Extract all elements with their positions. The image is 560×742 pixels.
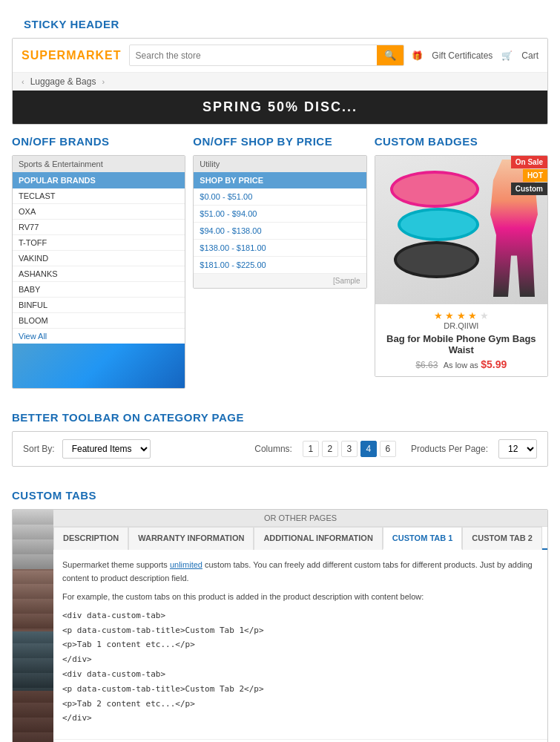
price-header: Utility (194, 156, 366, 172)
star-2: ★ (445, 310, 454, 321)
product-visual (375, 156, 547, 304)
price-range-3[interactable]: $94.00 - $138.00 (194, 223, 366, 240)
price-sample: [Sample (194, 274, 366, 288)
tab-description[interactable]: DESCRIPTION (53, 527, 128, 550)
cart-icon: 🛒 (501, 50, 513, 61)
price-range-5[interactable]: $181.00 - $225.00 (194, 257, 366, 274)
brand-item-teclast[interactable]: TECLAST (13, 188, 185, 204)
brands-header: Sports & Entertainment (13, 156, 185, 172)
nav-right-arrow[interactable]: › (102, 77, 105, 86)
product-info: ★ ★ ★ ★ ★ DR.QIIWI Bag for Mobile Phone … (375, 304, 547, 376)
star-1: ★ (434, 310, 443, 321)
nav-bar: ‹ Luggage & Bags › (13, 72, 547, 91)
brand-item-vakind[interactable]: VAKIND (13, 251, 185, 266)
sort-select[interactable]: Featured Items (62, 439, 151, 459)
badges-title: CUSTOM BADGES (375, 135, 548, 155)
as-low-as: As low as (444, 361, 478, 370)
tab-additional-info[interactable]: ADDITIONAL INFORMATION (254, 527, 382, 550)
header-inner: SUPERMARKET 🔍 🎁 Gift Certificates 🛒 Cart (13, 39, 547, 72)
band-black (394, 241, 479, 278)
col-1[interactable]: 1 (303, 441, 319, 457)
brand-item-baby[interactable]: BABY (13, 282, 185, 298)
nav-left-arrow[interactable]: ‹ (22, 77, 24, 86)
price-range-1[interactable]: $0.00 - $51.00 (194, 188, 366, 206)
tabs-section: CUSTOM TABS OR OTHER PAGES DESCRIPTION W… (0, 482, 560, 742)
price-shop-header: SHOP BY PRICE (194, 172, 366, 188)
brand-item-ashanks[interactable]: ASHANKS (13, 266, 185, 282)
new-price: $5.99 (481, 358, 507, 370)
search-button[interactable]: 🔍 (377, 45, 403, 65)
tab-content: Supermarket theme supports unlimited cus… (53, 550, 547, 739)
brand-item-binful[interactable]: BINFUL (13, 298, 185, 313)
brand-item-ttoff[interactable]: T-TOFF (13, 235, 185, 251)
header-actions: 🎁 Gift Certificates 🛒 Cart (412, 50, 538, 61)
brands-title: ON/OFF BRANDS (12, 135, 185, 155)
tabs-title: CUSTOM TABS (12, 489, 548, 509)
column-numbers: 1 2 3 4 6 (303, 441, 396, 457)
tab-warranty[interactable]: WARRANTY INFORMATION (128, 527, 254, 550)
tab-custom-1[interactable]: CUSTOM TAB 1 (383, 527, 463, 550)
band-teal (398, 208, 479, 241)
col-3[interactable]: 3 (341, 441, 358, 457)
badge-on-sale: On Sale (511, 156, 547, 168)
banner-strip: SPRING 50% DISC... (13, 91, 547, 124)
toolbar-title: BETTER TOOLBAR ON CATEGORY PAGE (12, 411, 548, 431)
tabs-right: OR OTHER PAGES DESCRIPTION WARRANTY INFO… (53, 510, 547, 742)
banner-text: SPRING 50% DISC... (202, 99, 358, 114)
col-6[interactable]: 6 (380, 441, 396, 457)
img-strip-2 (13, 571, 53, 630)
nav-item-luggage[interactable]: Luggage & Bags (30, 76, 96, 87)
or-other-pages: OR OTHER PAGES (53, 510, 547, 527)
content-line-2: For example, the custom tabs on this pro… (62, 591, 538, 604)
price-col: ON/OFF SHOP BY PRICE Utility SHOP BY PRI… (193, 135, 374, 389)
star-3: ★ (457, 310, 466, 321)
img-strip-1 (13, 510, 53, 569)
tabs-nav: DESCRIPTION WARRANTY INFORMATION ADDITIO… (53, 527, 547, 550)
img-strip-3 (13, 631, 53, 691)
sort-label: Sort By: (23, 444, 55, 454)
brands-popular-header: POPULAR BRANDS (13, 172, 185, 188)
brand-name: DR.QIIWI (381, 321, 541, 330)
brands-view-all[interactable]: View All (13, 329, 185, 344)
star-4: ★ (468, 310, 477, 321)
star-5-empty: ★ (480, 310, 489, 321)
brands-col: ON/OFF BRANDS Sports & Entertainment POP… (12, 135, 193, 389)
search-input[interactable] (130, 47, 378, 65)
sticky-header-title: STICKY HEADER (12, 7, 548, 38)
three-col-section: ON/OFF BRANDS Sports & Entertainment POP… (0, 135, 560, 404)
stars-row: ★ ★ ★ ★ ★ (381, 310, 541, 321)
per-page-select[interactable]: 12 24 (498, 439, 537, 459)
gift-certificates-link[interactable]: Gift Certificates (432, 50, 493, 61)
code-block: <div data-custom-tab> <p data-custom-tab… (62, 608, 538, 726)
toolbar-box: Sort By: Featured Items Columns: 1 2 3 4… (12, 431, 548, 467)
brand-item-rv77[interactable]: RV77 (13, 220, 185, 235)
content-line-1: Supermarket theme supports unlimited cus… (62, 559, 538, 585)
search-bar: 🔍 (129, 45, 405, 66)
band-pink (390, 171, 479, 208)
cart-link[interactable]: Cart (521, 50, 538, 61)
badge-hot: HOT (523, 169, 547, 182)
gift-certificates-icon: 🎁 (412, 50, 423, 61)
badge-box: On Sale HOT Custom ★ ★ ★ ★ ★ (375, 155, 548, 377)
brand-item-bloom[interactable]: BLOOM (13, 313, 185, 329)
price-title: ON/OFF SHOP BY PRICE (193, 135, 366, 155)
unlimited-link[interactable]: unlimited (170, 560, 202, 569)
brand-item-oxa[interactable]: OXA (13, 204, 185, 220)
price-display: $6.63 As low as $5.99 (381, 358, 541, 370)
columns-label: Columns: (254, 444, 292, 454)
logo[interactable]: SUPERMARKET (22, 49, 122, 62)
tab-custom-2[interactable]: CUSTOM TAB 2 (462, 527, 542, 550)
tabs-outer: OR OTHER PAGES DESCRIPTION WARRANTY INFO… (12, 509, 548, 742)
col-4[interactable]: 4 (360, 441, 377, 457)
price-box: Utility SHOP BY PRICE $0.00 - $51.00 $51… (193, 155, 366, 289)
price-range-2[interactable]: $51.00 - $94.00 (194, 206, 366, 223)
tabs-left-image (13, 510, 53, 742)
badges-col: CUSTOM BADGES On Sale HOT Custom ★ ★ ★ (375, 135, 548, 389)
toolbar-section: BETTER TOOLBAR ON CATEGORY PAGE Sort By:… (0, 404, 560, 482)
reviews-section: 3 Reviews ★★★★ I wanted a small running … (53, 739, 547, 742)
product-name[interactable]: Bag for Mobile Phone Gym Bags Waist (381, 333, 541, 355)
product-image: On Sale HOT Custom (375, 156, 547, 304)
price-range-4[interactable]: $138.00 - $181.00 (194, 240, 366, 257)
col-2[interactable]: 2 (322, 441, 338, 457)
brands-image (13, 344, 185, 388)
